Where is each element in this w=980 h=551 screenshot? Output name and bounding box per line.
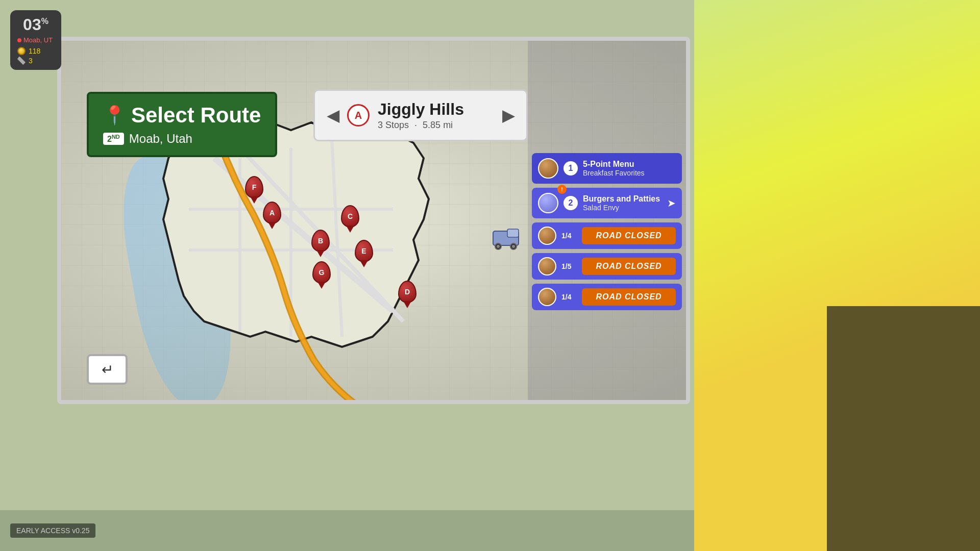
turn-arrow-icon: ➤ xyxy=(667,197,676,209)
road-closed-3-icon xyxy=(538,288,556,306)
pin-body-G: G xyxy=(312,261,331,284)
route-name: Jiggly Hills xyxy=(378,100,494,119)
route-details: Jiggly Hills 3 Stops · 5.85 mi xyxy=(378,100,494,131)
route-prev-button[interactable]: ◀ xyxy=(327,107,339,124)
map-area: F A B C E G D xyxy=(61,41,686,400)
menu-item-2[interactable]: ! 2 Burgers and Patties Salad Envy ➤ xyxy=(532,188,682,218)
road-closed-2-button[interactable]: ROAD CLOSED xyxy=(582,258,676,275)
select-route-sub: 2ND Moab, Utah xyxy=(103,132,261,146)
svg-point-11 xyxy=(497,245,500,248)
menu-item-1-line2: Breakfast Favorites xyxy=(583,169,676,177)
pin-body-E: E xyxy=(355,240,373,262)
rank-badge: 2ND xyxy=(103,133,124,145)
svg-point-12 xyxy=(512,245,515,248)
main-screen: F A B C E G D xyxy=(57,37,690,404)
pin-body-D: D xyxy=(398,281,416,303)
menu-item-2-line2: Salad Envy xyxy=(583,204,662,212)
map-pin-F: F xyxy=(245,176,263,198)
menu-item-1-icon xyxy=(538,158,558,179)
location-dot-icon xyxy=(17,38,21,42)
pin-body-A: A xyxy=(263,202,281,224)
menu-item-2-line1: Burgers and Patties xyxy=(583,194,662,204)
menu-item-1-line1: 5-Point Menu xyxy=(583,160,676,169)
route-label-a: A xyxy=(347,104,370,127)
map-pin-A[interactable]: A xyxy=(263,202,281,224)
menu-item-2-number: 2 xyxy=(564,196,578,210)
road-closed-1-fraction: 1/4 xyxy=(561,232,577,240)
pin-body-B: B xyxy=(311,230,330,252)
road-closed-row-3: 1/4 ROAD CLOSED xyxy=(532,284,682,310)
hud-percent: 03% xyxy=(17,15,54,34)
coin-icon xyxy=(17,47,26,55)
hud-panel: 03% Moab, UT 118 3 xyxy=(10,10,61,70)
right-dark-deco xyxy=(827,306,980,551)
menu-item-1-number: 1 xyxy=(564,161,578,176)
menu-item-2-icon xyxy=(538,193,558,213)
menu-item-2-badge: ! xyxy=(557,185,567,194)
road-closed-1-icon xyxy=(538,227,556,245)
route-meta: 3 Stops · 5.85 mi xyxy=(378,120,494,131)
road-closed-2-fraction: 1/5 xyxy=(561,262,577,270)
wrench-icon xyxy=(17,57,26,65)
map-pin-B: B xyxy=(311,230,330,252)
hud-stats: 118 3 xyxy=(17,47,54,65)
location-pin-icon: 📍 xyxy=(103,105,126,126)
map-pin-E: E xyxy=(355,240,373,262)
back-icon: ↵ xyxy=(102,361,113,378)
map-pin-C: C xyxy=(341,205,359,228)
right-panel: 1 5-Point Menu Breakfast Favorites ! 2 B… xyxy=(528,41,686,400)
pin-body-F: F xyxy=(245,176,263,198)
select-route-sign: 📍 Select Route 2ND Moab, Utah xyxy=(87,92,277,157)
hud-items: 3 xyxy=(17,57,54,65)
road-closed-3-fraction: 1/4 xyxy=(561,293,577,301)
map-truck xyxy=(492,227,518,247)
back-button[interactable]: ↵ xyxy=(87,354,128,385)
route-next-button[interactable]: ▶ xyxy=(502,107,514,124)
road-closed-3-button[interactable]: ROAD CLOSED xyxy=(582,288,676,306)
pin-body-C: C xyxy=(341,205,359,228)
route-info-panel: ◀ A Jiggly Hills 3 Stops · 5.85 mi ▶ xyxy=(313,89,528,141)
early-access-badge: EARLY ACCESS v0.25 xyxy=(10,523,95,538)
hud-coins: 118 xyxy=(17,47,54,55)
svg-rect-8 xyxy=(507,229,519,237)
hud-location: Moab, UT xyxy=(17,36,54,44)
road-closed-row-1: 1/4 ROAD CLOSED xyxy=(532,222,682,249)
road-closed-row-2: 1/5 ROAD CLOSED xyxy=(532,253,682,280)
location-text: Moab, Utah xyxy=(129,132,192,146)
menu-item-1[interactable]: 1 5-Point Menu Breakfast Favorites xyxy=(532,153,682,184)
select-route-title: 📍 Select Route xyxy=(103,103,261,128)
map-pin-G: G xyxy=(312,261,331,284)
menu-item-1-text: 5-Point Menu Breakfast Favorites xyxy=(583,160,676,177)
road-closed-1-button[interactable]: ROAD CLOSED xyxy=(582,227,676,244)
road-closed-2-icon xyxy=(538,257,556,276)
map-pin-D: D xyxy=(398,281,416,303)
menu-item-2-text: Burgers and Patties Salad Envy xyxy=(583,194,662,212)
